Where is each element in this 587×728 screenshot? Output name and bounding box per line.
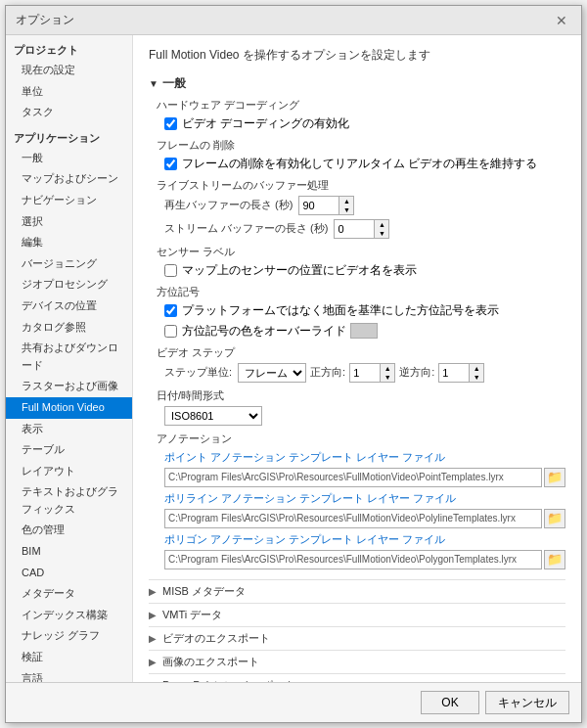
ppt-export-row[interactable]: ▶ PowerPoint のエクスポート — [149, 673, 565, 682]
close-button[interactable]: ✕ — [552, 13, 571, 28]
playback-buffer-input[interactable] — [299, 197, 339, 214]
frame-removal-checkbox[interactable] — [164, 158, 177, 170]
forward-down[interactable]: ▼ — [381, 373, 394, 382]
forward-input[interactable] — [350, 364, 380, 382]
bearing-color-swatch[interactable] — [350, 323, 378, 339]
stream-buffer-down[interactable]: ▼ — [375, 229, 388, 238]
section-general: ▼ 一般 ハードウェア デコーディング ビデオ デコーディングの有効化 フレーム… — [149, 75, 565, 569]
annotation-label: アノテーション — [157, 432, 560, 446]
bearing-platform-checkbox[interactable] — [164, 304, 177, 317]
dialog-body: プロジェクト 現在の設定 単位 タスク アプリケーション 一般 マップおよびシー… — [6, 35, 581, 682]
livestream-buffer-group: ライブストリームのバッファー処理 再生バッファーの長さ (秒) ▲ ▼ ストリー — [157, 178, 565, 239]
sidebar-item-table[interactable]: テーブル — [6, 439, 132, 461]
bearing-color-checkbox[interactable] — [164, 325, 177, 338]
playback-buffer-label: 再生バッファーの長さ (秒) — [164, 198, 293, 212]
sidebar-item-text-graphics[interactable]: テキストおよびグラフィックス — [6, 481, 132, 520]
playback-buffer-spinbox: ▲ ▼ — [298, 196, 354, 215]
sensor-label-row: マップ上のセンサーの位置にビデオ名を表示 — [164, 262, 565, 279]
section-general-header: ▼ 一般 — [149, 75, 565, 92]
cancel-button[interactable]: キャンセル — [485, 691, 569, 714]
sidebar-item-device-location[interactable]: デバイスの位置 — [6, 296, 132, 317]
sensor-label-checkbox[interactable] — [164, 264, 177, 277]
vmti-row[interactable]: ▶ VMTi データ — [149, 603, 565, 626]
sidebar-item-color[interactable]: 色の管理 — [6, 520, 132, 541]
reverse-down[interactable]: ▼ — [470, 373, 483, 382]
sidebar-item-current-settings[interactable]: 現在の設定 — [6, 60, 132, 81]
main-content: Full Motion Video を操作するオプションを設定します ▼ 一般 … — [133, 35, 581, 682]
reverse-up[interactable]: ▲ — [470, 364, 483, 373]
sidebar-item-bim[interactable]: BIM — [6, 541, 132, 563]
video-step-group: ビデオ ステップ ステップ単位: フレーム 秒 正方向: ▲ ▼ — [157, 345, 565, 383]
image-export-label: 画像のエクスポート — [162, 655, 259, 669]
video-export-row[interactable]: ▶ ビデオのエクスポート — [149, 626, 565, 650]
datetime-select[interactable]: ISO8601 — [164, 406, 262, 426]
sidebar-item-layout[interactable]: レイアウト — [6, 461, 132, 482]
bearing-platform-label: プラットフォームではなく地面を基準にした方位記号を表示 — [182, 302, 499, 319]
livestream-buffer-label: ライブストリームのバッファー処理 — [157, 178, 560, 193]
frame-removal-row: フレームの削除を有効化してリアルタイム ビデオの再生を維持する — [164, 156, 565, 172]
sidebar-item-cad[interactable]: CAD — [6, 563, 132, 584]
polygon-annotation-row: 📁 — [164, 550, 565, 569]
sidebar-item-language[interactable]: 言語 — [6, 668, 132, 682]
video-step-row: ステップ単位: フレーム 秒 正方向: ▲ ▼ — [164, 363, 565, 383]
sidebar-item-map-scene[interactable]: マップおよびシーン — [6, 168, 132, 190]
forward-up[interactable]: ▲ — [381, 364, 394, 373]
ok-button[interactable]: OK — [421, 691, 479, 714]
sidebar-item-task[interactable]: タスク — [6, 102, 132, 123]
sidebar-item-units[interactable]: 単位 — [6, 81, 132, 103]
sidebar-item-knowledge-graph[interactable]: ナレッジ グラフ — [6, 625, 132, 647]
image-export-arrow: ▶ — [149, 657, 157, 667]
sidebar-item-catalog[interactable]: カタログ参照 — [6, 317, 132, 339]
video-export-arrow: ▶ — [149, 633, 157, 644]
sidebar-item-fmv[interactable]: Full Motion Video — [6, 397, 132, 419]
bearing-symbol-label: 方位記号 — [157, 285, 560, 299]
forward-label: 正方向: — [310, 365, 345, 380]
point-annotation-browse[interactable]: 📁 — [544, 468, 565, 487]
point-annotation-input[interactable] — [164, 468, 542, 487]
bearing-symbol-group: 方位記号 プラットフォームではなく地面を基準にした方位記号を表示 方位記号の色を… — [157, 285, 565, 340]
stream-buffer-input[interactable] — [335, 220, 374, 238]
polygon-annotation-browse[interactable]: 📁 — [544, 550, 565, 569]
sensor-label-enable-label: マップ上のセンサーの位置にビデオ名を表示 — [182, 262, 417, 279]
sidebar-item-metadata[interactable]: メタデータ — [6, 583, 132, 605]
sidebar-item-general[interactable]: 一般 — [6, 148, 132, 169]
stream-buffer-up[interactable]: ▲ — [375, 220, 388, 229]
playback-buffer-up[interactable]: ▲ — [339, 197, 353, 205]
image-export-row[interactable]: ▶ 画像のエクスポート — [149, 650, 565, 673]
sidebar-item-display[interactable]: 表示 — [6, 419, 132, 440]
bearing-color-label: 方位記号の色をオーバーライド — [182, 323, 346, 340]
sidebar-section-app: アプリケーション — [6, 127, 132, 148]
playback-buffer-down[interactable]: ▼ — [339, 205, 353, 214]
title-bar: オプション ✕ — [6, 6, 581, 35]
section-general-label: 一般 — [162, 75, 186, 92]
polyline-annotation-input[interactable] — [164, 509, 542, 528]
sidebar-item-edit[interactable]: 編集 — [6, 232, 132, 253]
video-decoding-checkbox[interactable] — [164, 117, 177, 130]
misb-row[interactable]: ▶ MISB メタデータ — [149, 579, 565, 603]
sidebar-item-validation[interactable]: 検証 — [6, 647, 132, 668]
frame-removal-group: フレームの 削除 フレームの削除を有効化してリアルタイム ビデオの再生を維持する — [157, 138, 565, 172]
main-description: Full Motion Video を操作するオプションを設定します — [149, 47, 565, 64]
step-unit-select[interactable]: フレーム 秒 — [238, 363, 306, 383]
sidebar-item-raster[interactable]: ラスターおよび画像 — [6, 376, 132, 397]
sidebar-item-selection[interactable]: 選択 — [6, 211, 132, 233]
polyline-annotation-browse[interactable]: 📁 — [544, 509, 565, 528]
dialog-title: オプション — [16, 12, 74, 28]
annotation-group: アノテーション ポイント アノテーション テンプレート レイヤー ファイル 📁 … — [157, 432, 565, 569]
sidebar-item-geoprocessing[interactable]: ジオプロセシング — [6, 274, 132, 296]
hardware-decoding-label: ハードウェア デコーディング — [157, 98, 560, 113]
dialog-footer: OK キャンセル — [6, 682, 581, 722]
stream-buffer-spinbox: ▲ ▼ — [334, 219, 389, 239]
misb-arrow: ▶ — [149, 586, 157, 597]
sidebar-item-versioning[interactable]: バージョニング — [6, 253, 132, 275]
vmti-label: VMTi データ — [162, 608, 222, 622]
reverse-input[interactable] — [439, 364, 469, 382]
sidebar-item-navigation[interactable]: ナビゲーション — [6, 190, 132, 211]
sidebar-item-index[interactable]: インデックス構築 — [6, 605, 132, 626]
sidebar-item-sharing[interactable]: 共有およびダウンロード — [6, 338, 132, 376]
frame-removal-enable-label: フレームの削除を有効化してリアルタイム ビデオの再生を維持する — [182, 156, 537, 172]
hardware-decoding-group: ハードウェア デコーディング ビデオ デコーディングの有効化 — [157, 98, 565, 132]
video-export-label: ビデオのエクスポート — [162, 631, 270, 646]
playback-buffer-row: 再生バッファーの長さ (秒) ▲ ▼ — [164, 196, 565, 215]
polygon-annotation-input[interactable] — [164, 550, 542, 569]
